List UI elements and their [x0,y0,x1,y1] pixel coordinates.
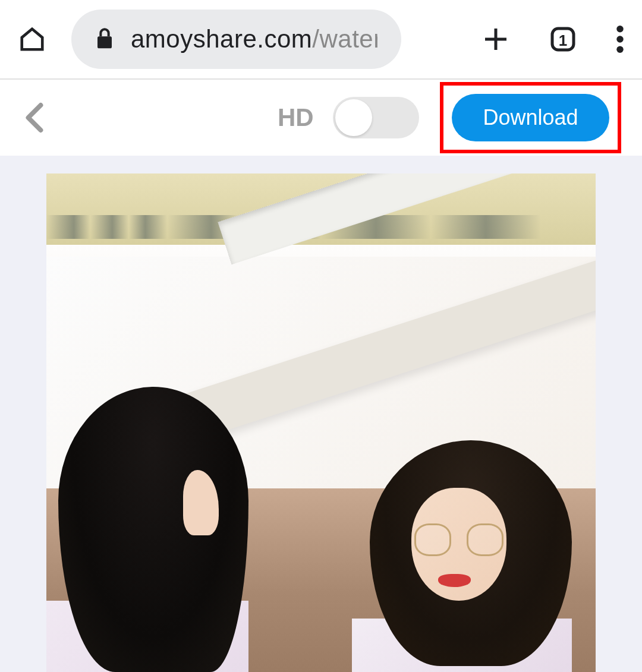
svg-rect-0 [97,36,112,48]
person-right [352,440,572,672]
url-text: amoyshare.com/waterm [131,25,377,53]
svg-point-6 [616,46,624,53]
download-button[interactable]: Download [452,94,609,141]
browser-actions: 1 [482,25,624,53]
photo-scene [46,173,596,672]
svg-point-4 [616,26,624,33]
hd-toggle-section: HD [278,97,419,138]
browser-chrome-bar: amoyshare.com/waterm 1 [0,0,642,80]
url-path: /waterm [312,25,377,53]
home-icon[interactable] [18,25,46,53]
app-toolbar: HD Download [0,80,642,156]
tab-count: 1 [559,31,567,49]
image-preview[interactable] [46,173,596,672]
back-button[interactable] [24,101,45,134]
content-area [0,156,642,672]
tabs-count-icon[interactable]: 1 [549,25,577,53]
url-domain: amoyshare.com [131,25,312,53]
url-bar[interactable]: amoyshare.com/waterm [71,10,401,69]
new-tab-icon[interactable] [482,25,510,53]
hd-label: HD [278,103,314,132]
hd-toggle-switch[interactable] [333,97,419,138]
svg-point-5 [616,36,624,43]
person-left [46,387,248,672]
toggle-knob [335,99,372,136]
download-highlight-box: Download [440,82,621,153]
lock-icon [95,27,114,52]
menu-dots-icon[interactable] [616,26,624,53]
